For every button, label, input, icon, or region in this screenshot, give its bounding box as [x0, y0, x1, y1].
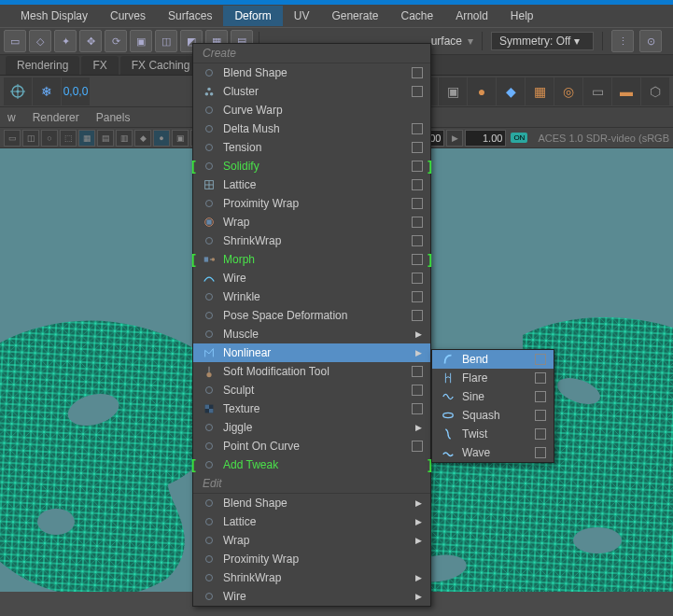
option-box-icon[interactable] — [412, 235, 423, 246]
tool-lasso-icon[interactable]: ◇ — [29, 30, 51, 52]
option-box-icon[interactable] — [412, 385, 423, 396]
time-end-field[interactable] — [465, 130, 506, 147]
tool-scale-icon[interactable]: ▣ — [130, 30, 152, 52]
menu-item-wrinkle[interactable]: Wrinkle — [193, 287, 430, 306]
shelf-tab-fx-caching[interactable]: FX Caching — [120, 56, 202, 75]
option-box-icon[interactable] — [535, 354, 546, 365]
option-box-icon[interactable] — [412, 441, 423, 452]
menu-item-cluster[interactable]: Cluster — [193, 82, 430, 101]
menu-item-wrap[interactable]: Wrap — [193, 213, 430, 231]
menu-mesh-display[interactable]: Mesh Display — [9, 6, 99, 26]
pt-icon[interactable]: ▦ — [78, 130, 95, 147]
pt-icon[interactable]: ◫ — [22, 130, 39, 147]
option-box-icon[interactable] — [535, 410, 546, 421]
option-box-icon[interactable] — [412, 310, 423, 321]
menu-deform[interactable]: Deform — [223, 6, 282, 26]
menu-cache[interactable]: Cache — [389, 6, 444, 26]
shelf-torus-icon[interactable]: ◎ — [554, 77, 582, 105]
pt-icon[interactable]: ▤ — [97, 130, 114, 147]
menu-item-blend-shape[interactable]: Blend Shape▶ — [193, 494, 430, 512]
menu-item-blend-shape[interactable]: Blend Shape — [193, 63, 430, 82]
tool-select-icon[interactable]: ▭ — [4, 30, 26, 52]
menu-item-lattice[interactable]: Lattice▶ — [193, 512, 430, 531]
pt-icon[interactable]: ○ — [41, 130, 58, 147]
shelf-cyl-icon[interactable]: ▬ — [612, 77, 640, 105]
submenu-item-wave[interactable]: Wave — [432, 443, 554, 462]
panel-menu-panels[interactable]: Panels — [96, 111, 131, 124]
menu-item-pose-space-deformation[interactable]: Pose Space Deformation — [193, 306, 430, 325]
menu-item-shrinkwrap[interactable]: ShrinkWrap▶ — [193, 568, 430, 587]
menu-item-point-on-curve[interactable]: Point On Curve — [193, 437, 430, 455]
pt-icon[interactable]: ▣ — [172, 130, 189, 147]
option-box-icon[interactable] — [412, 161, 423, 172]
menu-item-add-tweak[interactable]: []Add Tweak — [193, 455, 430, 474]
shelf-plane-icon[interactable]: ▭ — [583, 77, 611, 105]
menu-item-proximity-wrap[interactable]: Proximity Wrap — [193, 550, 430, 568]
menu-item-jiggle[interactable]: Jiggle▶ — [193, 418, 430, 437]
shelf-sphere-icon[interactable]: ● — [468, 77, 496, 105]
option-box-icon[interactable] — [412, 142, 423, 153]
shelf-tab-rendering[interactable]: Rendering — [6, 56, 79, 75]
menu-help[interactable]: Help — [499, 6, 545, 26]
option-box-icon[interactable] — [412, 67, 423, 78]
shelf-misc-icon[interactable]: ⬡ — [641, 77, 669, 105]
tool-move-icon[interactable]: ✥ — [79, 30, 102, 52]
option-box-icon[interactable] — [535, 428, 546, 440]
menu-item-nonlinear[interactable]: Nonlinear▶ — [193, 343, 430, 362]
tool-snap-icon[interactable]: ◫ — [155, 30, 177, 52]
option-box-icon[interactable] — [412, 179, 423, 190]
menu-item-wire[interactable]: Wire — [193, 269, 430, 287]
shelf-coord-icon[interactable]: 0,0,0 — [62, 77, 90, 105]
pt-icon[interactable]: ▭ — [4, 130, 21, 147]
option-box-icon[interactable] — [412, 403, 423, 414]
option-box-icon[interactable] — [412, 273, 423, 284]
menu-arnold[interactable]: Arnold — [444, 6, 499, 26]
shelf-cube2-icon[interactable]: ▣ — [439, 77, 467, 105]
menu-item-lattice[interactable]: Lattice — [193, 175, 430, 194]
menu-item-tension[interactable]: Tension — [193, 138, 430, 157]
settings-icon[interactable]: ⊙ — [639, 30, 662, 52]
menu-item-shrinkwrap[interactable]: ShrinkWrap — [193, 231, 430, 250]
submenu-item-twist[interactable]: Twist — [432, 425, 554, 443]
pt-icon[interactable]: ● — [153, 130, 170, 147]
option-box-icon[interactable] — [412, 291, 423, 302]
shelf-pivot-icon[interactable] — [4, 77, 32, 105]
panel-menu-renderer[interactable]: Renderer — [33, 111, 79, 124]
panel-menu-w[interactable]: w — [7, 111, 16, 124]
menu-item-curve-warp[interactable]: Curve Warp — [193, 101, 430, 119]
option-box-icon[interactable] — [412, 254, 423, 265]
menu-item-wire[interactable]: Wire▶ — [193, 587, 430, 606]
workspace-dropdown[interactable]: urface — [431, 35, 462, 48]
option-box-icon[interactable] — [535, 447, 546, 458]
option-box-icon[interactable] — [412, 366, 423, 377]
submenu-item-squash[interactable]: Squash — [432, 406, 554, 425]
menu-item-proximity-wrap[interactable]: Proximity Wrap — [193, 194, 430, 213]
tool-rotate-icon[interactable]: ⟳ — [105, 30, 127, 52]
menu-item-solidify[interactable]: []Solidify — [193, 157, 430, 175]
menu-item-morph[interactable]: []Morph — [193, 250, 430, 269]
menu-item-texture[interactable]: Texture — [193, 399, 430, 418]
pt-key2-icon[interactable]: ▶ — [446, 130, 463, 147]
symmetry-dropdown[interactable]: Symmetry: Off ▾ — [491, 32, 594, 50]
option-box-icon[interactable] — [535, 391, 546, 402]
shelf-poly-icon[interactable]: ◆ — [497, 77, 525, 105]
submenu-item-bend[interactable]: Bend — [432, 350, 554, 369]
option-box-icon[interactable] — [412, 198, 423, 209]
option-box-icon[interactable] — [535, 372, 546, 384]
submenu-item-flare[interactable]: Flare — [432, 369, 554, 387]
menu-item-muscle[interactable]: Muscle▶ — [193, 325, 430, 343]
pt-icon[interactable]: ⬚ — [60, 130, 77, 147]
pt-icon[interactable]: ◆ — [134, 130, 151, 147]
shelf-tab-fx[interactable]: FX — [81, 56, 118, 75]
menu-uv[interactable]: UV — [283, 6, 321, 26]
menu-generate[interactable]: Generate — [320, 6, 389, 26]
option-box-icon[interactable] — [412, 123, 423, 134]
shelf-snow-icon[interactable]: ❄ — [33, 77, 61, 105]
submenu-item-sine[interactable]: Sine — [432, 387, 554, 406]
option-box-icon[interactable] — [412, 86, 423, 97]
menu-item-wrap[interactable]: Wrap▶ — [193, 531, 430, 550]
option-box-icon[interactable] — [412, 217, 423, 228]
menu-surfaces[interactable]: Surfaces — [157, 6, 223, 26]
menu-curves[interactable]: Curves — [99, 6, 157, 26]
tool-paint-icon[interactable]: ✦ — [54, 30, 77, 52]
